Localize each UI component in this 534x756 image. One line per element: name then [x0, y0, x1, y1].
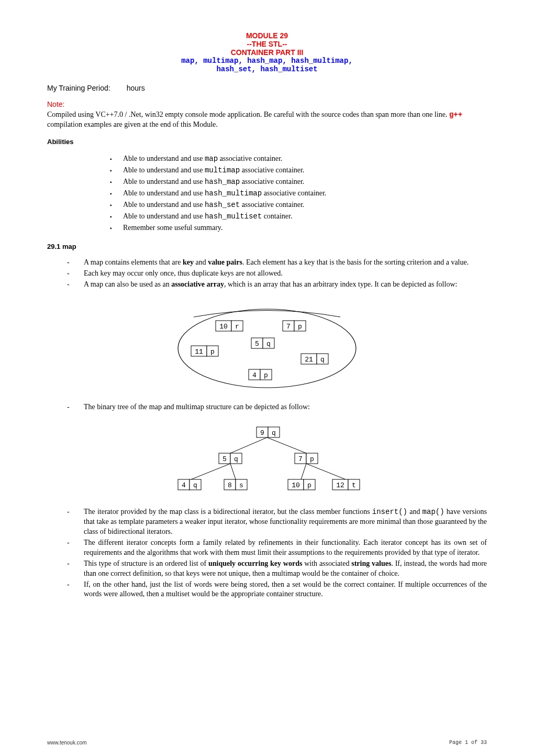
mid-list: The binary tree of the map and multimap … [47, 402, 487, 412]
svg-text:4: 4 [252, 371, 257, 379]
training-unit: hours [127, 84, 145, 92]
abilities-list: Able to understand and use map associati… [47, 153, 487, 233]
list-item: This type of structure is an ordered lis… [84, 559, 487, 579]
svg-line-29 [301, 464, 306, 479]
svg-text:p: p [210, 348, 215, 356]
tree-l2-2: 10 p [288, 479, 315, 490]
svg-text:21: 21 [305, 356, 313, 364]
svg-text:p: p [264, 371, 268, 379]
svg-text:10: 10 [292, 481, 300, 489]
svg-line-30 [306, 464, 346, 479]
svg-text:q: q [266, 340, 271, 348]
ability-item: Able to understand and use map associati… [123, 153, 487, 165]
node-21-q: 21 q [301, 354, 328, 364]
svg-text:p: p [310, 455, 314, 463]
note-text-a: Compiled using VC++7.0 / .Net, win32 emp… [47, 111, 449, 118]
footer-site: www.tenouk.com [47, 740, 87, 746]
mid-text: The binary tree of the map and multimap … [84, 402, 487, 412]
svg-text:r: r [235, 323, 239, 331]
training-period: My Training Period: hours [47, 84, 487, 92]
svg-text:t: t [352, 481, 356, 489]
container-line: CONTAINER PART III [47, 48, 487, 57]
tree-l1-left: 5 q [219, 453, 242, 464]
ability-item: Able to understand and use hash_map asso… [123, 176, 487, 188]
training-label: My Training Period: [47, 84, 110, 92]
svg-text:5: 5 [255, 340, 259, 348]
note-body: Compiled using VC++7.0 / .Net, win32 emp… [47, 110, 487, 130]
list-item: A map contains elements that are key and… [84, 258, 487, 268]
stl-line: --THE STL-- [47, 40, 487, 48]
svg-text:p: p [298, 323, 302, 331]
svg-line-28 [230, 464, 236, 479]
tree-svg: 9 q 5 q 7 p 4 q 8 s 10 p 12 t [157, 422, 377, 498]
svg-text:10: 10 [219, 323, 228, 331]
ability-item: Able to understand and use hash_set asso… [123, 199, 487, 211]
note-heading: Note: [47, 100, 487, 108]
ellipse-svg: 10 r 7 p 5 q 11 p 21 q 4 p [173, 299, 361, 393]
ability-item: Able to understand and use hash_multimap… [123, 188, 487, 199]
tree-l2-3: 12 t [332, 479, 360, 490]
svg-text:q: q [234, 455, 238, 463]
svg-line-26 [267, 437, 306, 453]
page-header: MODULE 29 --THE STL-- CONTAINER PART III… [47, 31, 487, 73]
svg-line-27 [191, 464, 230, 479]
node-4-p: 4 p [249, 369, 272, 380]
list-item: If, on the other hand, just the list of … [84, 580, 487, 600]
footer-page: Page 1 of 33 [449, 740, 487, 746]
svg-text:7: 7 [298, 455, 303, 463]
page-footer: www.tenouk.com Page 1 of 33 [47, 740, 487, 746]
svg-text:4: 4 [182, 481, 186, 489]
svg-text:12: 12 [336, 481, 344, 489]
svg-text:7: 7 [286, 323, 291, 331]
binary-tree-diagram: 9 q 5 q 7 p 4 q 8 s 10 p 12 t [47, 422, 487, 498]
svg-text:q: q [320, 356, 325, 364]
post-diagram-list: The iterator provided by the map class i… [47, 507, 487, 599]
node-5-q: 5 q [251, 338, 274, 348]
ability-item: Remember some useful summary. [123, 222, 487, 233]
ability-item: Able to understand and use hash_multiset… [123, 211, 487, 222]
svg-text:s: s [239, 481, 243, 489]
svg-text:5: 5 [222, 455, 227, 463]
abilities-heading: Abilities [47, 138, 487, 146]
list-item: The iterator provided by the map class i… [84, 507, 487, 537]
map-ellipse-diagram: 10 r 7 p 5 q 11 p 21 q 4 p [47, 299, 487, 393]
note-text-b: compilation examples are given at the en… [47, 120, 218, 128]
list-item: A map can also be used as an associative… [84, 280, 487, 290]
tree-root: 9 q [257, 427, 280, 437]
svg-text:q: q [272, 429, 276, 437]
svg-text:9: 9 [260, 429, 264, 437]
list-item: Each key may occur only once, thus dupli… [84, 269, 487, 279]
svg-text:11: 11 [195, 348, 203, 356]
svg-text:8: 8 [228, 481, 232, 489]
types-line-2: hash_set, hash_multiset [47, 65, 487, 73]
svg-text:p: p [307, 481, 312, 489]
section-heading: 29.1 map [47, 243, 487, 250]
svg-line-25 [230, 437, 267, 453]
tree-l2-0: 4 q [178, 479, 201, 490]
map-description-list: A map contains elements that are key and… [47, 258, 487, 290]
ability-item: Able to understand and use multimap asso… [123, 165, 487, 176]
tree-l2-1: 8 s [224, 479, 247, 490]
node-11-p: 11 p [191, 346, 218, 356]
list-item: The different iterator concepts form a f… [84, 538, 487, 558]
tree-l1-right: 7 p [295, 453, 318, 464]
node-7-p: 7 p [283, 321, 306, 331]
types-line-1: map, multimap, hash_map, hash_multimap, [47, 57, 487, 65]
svg-text:q: q [193, 481, 197, 489]
module-number: MODULE 29 [47, 31, 487, 40]
node-10-r: 10 r [216, 321, 243, 331]
gpp-code: g++ [449, 111, 462, 119]
